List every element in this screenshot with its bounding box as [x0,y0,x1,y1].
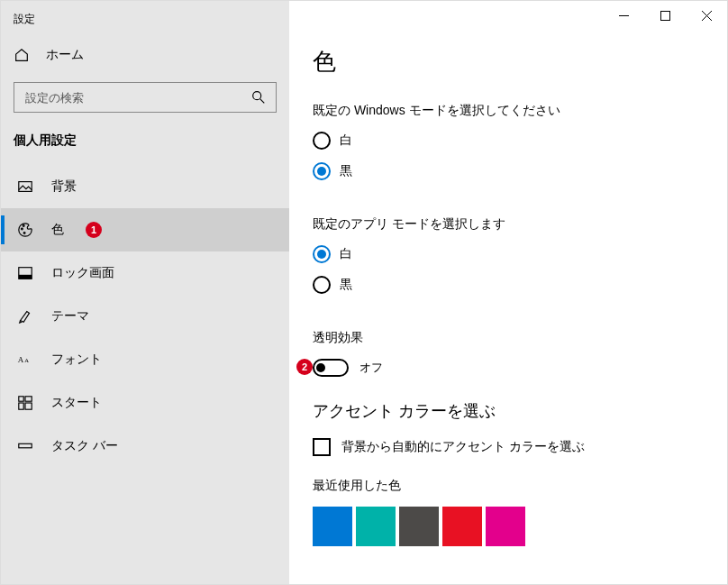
close-button[interactable] [686,1,727,30]
radio-label: 黒 [340,163,352,179]
taskbar-icon [17,438,33,454]
transparency-toggle[interactable] [313,359,349,377]
sidebar-section-label: 個人用設定 [1,129,289,165]
svg-rect-14 [660,11,669,20]
sidebar-item-fonts[interactable]: AA フォント [1,338,289,381]
search-field[interactable] [23,90,250,105]
transparency-state: オフ [359,360,383,376]
radio-icon [313,132,331,150]
sidebar-item-label: 背景 [51,178,77,195]
windows-mode-label: 既定の Windows モードを選択してください [313,103,704,119]
sidebar-nav: 背景 色 1 ロック画面 テーマ [1,165,289,468]
fonts-icon: AA [17,352,33,368]
svg-point-4 [23,233,25,234]
radio-label: 白 [340,133,352,149]
sidebar-item-label: フォント [51,352,102,368]
accent-auto-checkbox-row[interactable]: 背景から自動的にアクセント カラーを選ぶ [313,438,704,456]
sidebar: 設定 ホーム 個人用設定 背景 [1,1,289,584]
page-title: 色 [313,46,704,78]
accent-auto-label: 背景から自動的にアクセント カラーを選ぶ [341,439,585,455]
start-icon [17,395,33,411]
color-swatch[interactable] [313,507,352,546]
svg-rect-1 [19,182,32,192]
radio-icon [313,245,331,263]
minimize-button[interactable] [603,1,644,30]
color-swatch[interactable] [356,507,396,546]
radio-icon [313,276,331,294]
window-title: 設定 [1,5,289,33]
maximize-button[interactable] [644,1,686,30]
window-controls [603,1,727,30]
recent-colors-label: 最近使用した色 [313,478,704,494]
home-button[interactable]: ホーム [1,33,289,77]
themes-icon [17,308,33,324]
sidebar-item-themes[interactable]: テーマ [1,295,289,338]
sidebar-item-label: ロック画面 [51,265,114,281]
color-swatch[interactable] [442,507,482,546]
sidebar-item-label: タスク バー [51,438,118,454]
app-mode-dark[interactable]: 黒 [313,276,704,294]
search-container [1,77,289,129]
picture-icon [17,178,33,195]
sidebar-item-label: スタート [51,395,102,411]
sidebar-item-lockscreen[interactable]: ロック画面 [1,251,289,295]
recent-colors [313,507,704,546]
settings-window: 設定 ホーム 個人用設定 背景 [1,1,727,584]
svg-rect-10 [25,397,32,401]
sidebar-item-label: 色 [51,222,64,238]
svg-rect-11 [19,403,23,409]
color-swatch[interactable] [486,507,525,546]
search-icon [250,89,267,105]
app-mode-label: 既定のアプリ モードを選択します [313,216,704,233]
radio-label: 黒 [340,277,352,293]
svg-text:A: A [24,357,29,363]
svg-point-0 [253,92,261,100]
windows-mode-dark[interactable]: 黒 [313,162,704,180]
radio-label: 白 [340,246,352,262]
sidebar-item-taskbar[interactable]: タスク バー [1,425,289,468]
sidebar-item-colors[interactable]: 色 1 [1,208,289,251]
svg-rect-12 [25,403,32,409]
svg-rect-6 [19,275,32,279]
transparency-toggle-row: 2 オフ [313,359,704,377]
home-icon [14,47,30,63]
svg-point-2 [22,228,23,230]
annotation-badge-1: 1 [86,222,102,238]
checkbox-icon [313,438,331,456]
svg-rect-9 [19,397,23,401]
accent-heading: アクセント カラーを選ぶ [313,400,704,422]
svg-text:A: A [18,355,24,364]
svg-rect-13 [19,443,32,448]
home-label: ホーム [46,47,84,63]
radio-icon [313,162,331,180]
sidebar-item-start[interactable]: スタート [1,381,289,425]
annotation-badge-2: 2 [296,359,313,375]
search-input[interactable] [14,82,277,113]
main-content: 色 既定の Windows モードを選択してください 白 黒 既定のアプリ モー… [289,1,727,584]
windows-mode-light[interactable]: 白 [313,132,704,150]
svg-point-3 [23,225,24,227]
sidebar-item-background[interactable]: 背景 [1,165,289,208]
color-swatch[interactable] [399,507,439,546]
lockscreen-icon [17,265,33,281]
app-mode-light[interactable]: 白 [313,245,704,263]
transparency-label: 透明効果 [313,330,704,346]
sidebar-item-label: テーマ [51,308,89,324]
palette-icon [17,222,33,238]
